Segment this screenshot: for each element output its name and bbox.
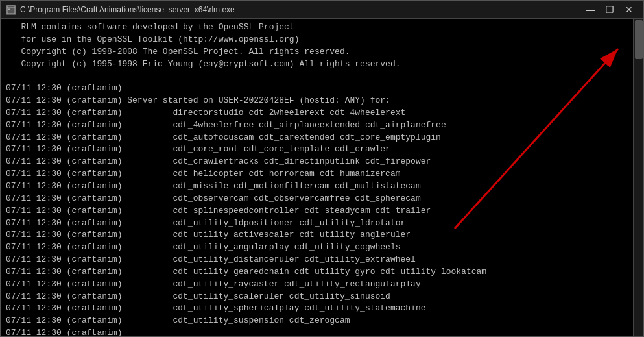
- close-button[interactable]: ✕: [620, 3, 638, 17]
- scrollbar[interactable]: [633, 19, 643, 336]
- maximize-button[interactable]: ❐: [601, 3, 619, 17]
- minimize-button[interactable]: —: [581, 3, 599, 17]
- content-area: RLM contains software developed by the O…: [1, 19, 643, 336]
- terminal-output: RLM contains software developed by the O…: [1, 19, 633, 336]
- main-window: C:\Program Files\Craft Animations\licens…: [0, 0, 644, 337]
- scrollbar-thumb[interactable]: [635, 20, 643, 59]
- window-title: C:\Program Files\Craft Animations\licens…: [20, 5, 235, 14]
- app-icon: [6, 5, 16, 15]
- titlebar: C:\Program Files\Craft Animations\licens…: [1, 1, 643, 19]
- svg-rect-2: [8, 8, 10, 10]
- titlebar-left: C:\Program Files\Craft Animations\licens…: [6, 5, 235, 15]
- window-controls: — ❐ ✕: [581, 3, 638, 17]
